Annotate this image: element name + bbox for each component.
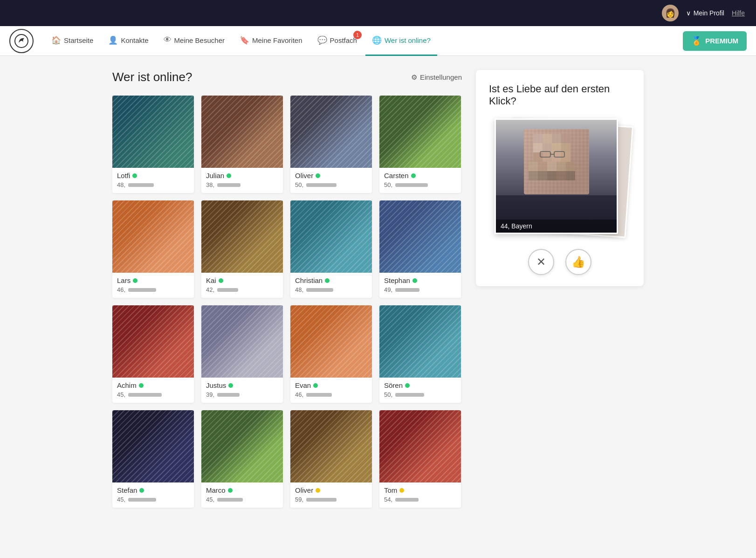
user-card-info: Stephan 49, <box>379 273 461 298</box>
user-card[interactable]: Sören 50, <box>379 305 461 403</box>
logo[interactable] <box>9 29 34 53</box>
stripe-overlay <box>290 410 372 482</box>
avatar: 👩 <box>662 5 679 21</box>
user-age: 46, <box>295 391 303 398</box>
sidebar-item-besucher[interactable]: 👁 Meine Besucher <box>157 26 231 56</box>
svg-rect-18 <box>529 171 538 180</box>
user-card-image <box>290 305 372 378</box>
love-title: Ist es Liebe auf den ersten Klick? <box>489 83 631 107</box>
user-card-info: Sören 50, <box>379 378 461 403</box>
user-card[interactable]: Stefan 45, <box>112 410 194 508</box>
online-dot <box>133 278 137 283</box>
sidebar-item-kontakte[interactable]: 👤 Kontakte <box>102 26 155 56</box>
user-meta: 48, <box>117 181 189 188</box>
favoriten-label: Meine Favoriten <box>252 36 302 44</box>
nav-items: 🏠 Startseite 👤 Kontakte 👁 Meine Besucher… <box>45 26 683 56</box>
user-name: Justus <box>206 381 226 389</box>
kontakte-icon: 👤 <box>108 35 118 45</box>
user-age: 59, <box>295 496 303 503</box>
user-card[interactable]: Lars 46, <box>112 200 194 298</box>
sidebar-item-startseite[interactable]: 🏠 Startseite <box>45 26 100 56</box>
photo-stack: 44, Bayern <box>495 118 625 240</box>
user-name: Oliver <box>295 486 313 494</box>
user-name: Evan <box>295 381 311 389</box>
stripe-overlay <box>379 305 461 378</box>
top-bar: 👩 ∨ Mein Profil Hilfe <box>0 0 756 26</box>
sidebar-item-favoriten[interactable]: 🔖 Meine Favoriten <box>233 26 309 56</box>
svg-rect-15 <box>547 162 557 171</box>
user-age: 39, <box>206 391 214 398</box>
online-dot <box>316 488 320 493</box>
user-meta: 42, <box>206 286 278 293</box>
user-card-image <box>201 410 283 482</box>
user-grid: Lotfi 48, Julian 38, <box>112 96 462 508</box>
online-dot <box>139 488 144 493</box>
user-card[interactable]: Kai 42, <box>201 200 283 298</box>
dislike-button[interactable]: ✕ <box>528 249 554 275</box>
besucher-label: Meine Besucher <box>174 36 225 44</box>
stripe-overlay <box>290 305 372 378</box>
user-card[interactable]: Achim 45, <box>112 305 194 403</box>
user-meta: 50, <box>384 391 456 398</box>
favoriten-icon: 🔖 <box>240 35 249 45</box>
online-dot <box>228 383 233 388</box>
user-name: Sören <box>384 381 403 389</box>
user-meta: 48, <box>295 286 367 293</box>
like-icon: 👍 <box>571 255 585 269</box>
user-card-info: Tom 54, <box>379 482 461 508</box>
user-age: 42, <box>206 286 214 293</box>
hilfe-link[interactable]: Hilfe <box>732 9 745 17</box>
premium-button[interactable]: 🏅 PREMIUM <box>683 31 747 51</box>
user-meta: 39, <box>206 391 278 398</box>
svg-rect-13 <box>529 162 538 171</box>
svg-rect-3 <box>552 134 561 143</box>
page-title: Wer ist online? <box>112 70 192 84</box>
user-card[interactable]: Evan 46, <box>290 305 372 403</box>
user-card[interactable]: Carsten 50, <box>379 96 461 193</box>
profile-menu[interactable]: ∨ Mein Profil <box>686 9 724 17</box>
user-card[interactable]: Oliver 50, <box>290 96 372 193</box>
online-dot <box>325 278 330 283</box>
meta-bar <box>128 498 156 502</box>
like-button[interactable]: 👍 <box>565 249 591 275</box>
user-card[interactable]: Stephan 49, <box>379 200 461 298</box>
user-name: Christian <box>295 276 323 284</box>
user-age: 46, <box>117 286 125 293</box>
user-age: 48, <box>295 286 303 293</box>
user-card[interactable]: Christian 48, <box>290 200 372 298</box>
meta-bar <box>395 393 424 397</box>
user-meta: 46, <box>117 286 189 293</box>
meta-bar <box>217 183 241 187</box>
user-name: Julian <box>206 172 224 179</box>
user-card[interactable]: Justus 39, <box>201 305 283 403</box>
user-card-info: Lotfi 48, <box>112 168 194 193</box>
user-card-image <box>290 96 372 168</box>
user-name-row: Marco <box>206 486 278 494</box>
settings-button[interactable]: ⚙ Einstellungen <box>411 73 462 82</box>
meta-bar <box>306 183 337 187</box>
sidebar-item-postfach[interactable]: 💬 Postfach 1 <box>311 26 364 56</box>
svg-rect-1 <box>533 134 543 143</box>
photo-caption: 44, Bayern <box>496 220 617 233</box>
right-panel: Ist es Liebe auf den ersten Klick? <box>476 70 644 508</box>
left-section: Wer ist online? ⚙ Einstellungen Lotfi 48… <box>112 70 462 508</box>
online-dot <box>411 173 416 178</box>
user-card[interactable]: Marco 45, <box>201 410 283 508</box>
sidebar-item-online[interactable]: 🌐 Wer ist online? <box>365 26 437 56</box>
svg-rect-2 <box>543 134 552 143</box>
profile-label: Mein Profil <box>694 9 724 17</box>
meta-bar <box>128 288 156 292</box>
user-age: 48, <box>117 181 125 188</box>
user-meta: 46, <box>295 391 367 398</box>
kontakte-label: Kontakte <box>121 36 148 44</box>
user-name-row: Oliver <box>295 486 367 494</box>
nav-bar: 🏠 Startseite 👤 Kontakte 👁 Meine Besucher… <box>0 26 756 56</box>
postfach-badge: 1 <box>353 31 362 39</box>
user-card[interactable]: Oliver 59, <box>290 410 372 508</box>
user-card[interactable]: Julian 38, <box>201 96 283 193</box>
user-card-image <box>290 200 372 273</box>
user-meta: 45, <box>206 496 278 503</box>
user-card[interactable]: Lotfi 48, <box>112 96 194 193</box>
user-card[interactable]: Tom 54, <box>379 410 461 508</box>
user-card-image <box>201 305 283 378</box>
